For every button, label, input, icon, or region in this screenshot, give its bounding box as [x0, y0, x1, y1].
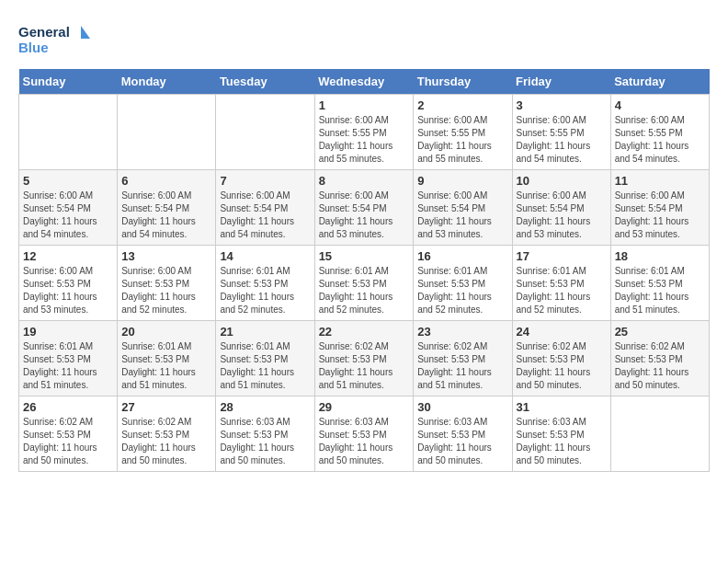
day-info: Sunrise: 6:03 AM Sunset: 5:53 PM Dayligh…	[220, 416, 310, 467]
day-info: Sunrise: 6:03 AM Sunset: 5:53 PM Dayligh…	[417, 416, 507, 467]
header-wednesday: Wednesday	[314, 69, 414, 95]
day-info: Sunrise: 6:00 AM Sunset: 5:54 PM Dayligh…	[220, 190, 310, 241]
calendar-cell: 7Sunrise: 6:00 AM Sunset: 5:54 PM Daylig…	[216, 170, 314, 246]
day-number: 1	[319, 98, 410, 112]
calendar-cell: 4Sunrise: 6:00 AM Sunset: 5:55 PM Daylig…	[610, 95, 709, 170]
calendar-cell: 24Sunrise: 6:02 AM Sunset: 5:53 PM Dayli…	[512, 321, 610, 396]
day-number: 31	[517, 400, 607, 414]
calendar-cell: 28Sunrise: 6:03 AM Sunset: 5:53 PM Dayli…	[216, 396, 314, 472]
day-info: Sunrise: 6:00 AM Sunset: 5:54 PM Dayligh…	[417, 190, 507, 241]
day-info: Sunrise: 6:01 AM Sunset: 5:53 PM Dayligh…	[615, 265, 705, 316]
day-number: 27	[121, 400, 211, 414]
day-number: 26	[23, 400, 113, 414]
calendar-cell: 2Sunrise: 6:00 AM Sunset: 5:55 PM Daylig…	[414, 95, 512, 170]
day-number: 5	[23, 174, 113, 188]
day-number: 24	[517, 325, 607, 339]
day-info: Sunrise: 6:02 AM Sunset: 5:53 PM Dayligh…	[121, 416, 211, 467]
day-info: Sunrise: 6:00 AM Sunset: 5:55 PM Dayligh…	[319, 114, 410, 166]
logo: General Blue	[18, 18, 92, 60]
day-info: Sunrise: 6:00 AM Sunset: 5:54 PM Dayligh…	[615, 190, 705, 241]
day-number: 4	[615, 98, 705, 112]
calendar-cell: 11Sunrise: 6:00 AM Sunset: 5:54 PM Dayli…	[610, 170, 709, 246]
day-info: Sunrise: 6:00 AM Sunset: 5:55 PM Dayligh…	[417, 114, 507, 166]
week-row-1: 5Sunrise: 6:00 AM Sunset: 5:54 PM Daylig…	[19, 170, 710, 246]
day-info: Sunrise: 6:02 AM Sunset: 5:53 PM Dayligh…	[517, 340, 607, 392]
calendar-cell: 23Sunrise: 6:02 AM Sunset: 5:53 PM Dayli…	[414, 321, 512, 396]
header-saturday: Saturday	[610, 69, 709, 95]
calendar-cell: 1Sunrise: 6:00 AM Sunset: 5:55 PM Daylig…	[314, 95, 414, 170]
calendar-cell: 30Sunrise: 6:03 AM Sunset: 5:53 PM Dayli…	[414, 396, 512, 472]
calendar-cell: 18Sunrise: 6:01 AM Sunset: 5:53 PM Dayli…	[610, 246, 709, 321]
calendar-cell: 3Sunrise: 6:00 AM Sunset: 5:55 PM Daylig…	[512, 95, 610, 170]
day-info: Sunrise: 6:01 AM Sunset: 5:53 PM Dayligh…	[121, 340, 211, 392]
day-info: Sunrise: 6:01 AM Sunset: 5:53 PM Dayligh…	[417, 265, 507, 316]
day-info: Sunrise: 6:02 AM Sunset: 5:53 PM Dayligh…	[23, 416, 113, 467]
day-number: 29	[319, 400, 410, 414]
calendar-cell: 25Sunrise: 6:02 AM Sunset: 5:53 PM Dayli…	[610, 321, 709, 396]
day-number: 14	[220, 249, 310, 263]
day-number: 2	[417, 98, 507, 112]
day-info: Sunrise: 6:03 AM Sunset: 5:53 PM Dayligh…	[517, 416, 607, 467]
calendar-cell: 29Sunrise: 6:03 AM Sunset: 5:53 PM Dayli…	[314, 396, 414, 472]
calendar-cell: 31Sunrise: 6:03 AM Sunset: 5:53 PM Dayli…	[512, 396, 610, 472]
calendar-cell: 12Sunrise: 6:00 AM Sunset: 5:53 PM Dayli…	[19, 246, 118, 321]
day-number: 19	[23, 325, 113, 339]
calendar-cell: 20Sunrise: 6:01 AM Sunset: 5:53 PM Dayli…	[118, 321, 216, 396]
calendar-cell: 6Sunrise: 6:00 AM Sunset: 5:54 PM Daylig…	[118, 170, 216, 246]
calendar-cell: 16Sunrise: 6:01 AM Sunset: 5:53 PM Dayli…	[414, 246, 512, 321]
day-number: 23	[417, 325, 507, 339]
calendar-cell	[118, 95, 216, 170]
svg-text:Blue: Blue	[18, 40, 49, 55]
calendar-cell: 15Sunrise: 6:01 AM Sunset: 5:53 PM Dayli…	[314, 246, 414, 321]
page-header: General Blue	[18, 18, 710, 60]
header-thursday: Thursday	[414, 69, 512, 95]
header-monday: Monday	[118, 69, 216, 95]
header-tuesday: Tuesday	[216, 69, 314, 95]
day-info: Sunrise: 6:00 AM Sunset: 5:53 PM Dayligh…	[23, 265, 113, 316]
calendar-cell	[19, 95, 118, 170]
day-number: 9	[417, 174, 507, 188]
svg-marker-2	[81, 26, 90, 39]
day-info: Sunrise: 6:00 AM Sunset: 5:55 PM Dayligh…	[615, 114, 705, 166]
day-number: 8	[319, 174, 410, 188]
calendar-cell: 14Sunrise: 6:01 AM Sunset: 5:53 PM Dayli…	[216, 246, 314, 321]
day-info: Sunrise: 6:01 AM Sunset: 5:53 PM Dayligh…	[220, 340, 310, 392]
day-number: 17	[517, 249, 607, 263]
calendar-cell: 13Sunrise: 6:00 AM Sunset: 5:53 PM Dayli…	[118, 246, 216, 321]
week-row-0: 1Sunrise: 6:00 AM Sunset: 5:55 PM Daylig…	[19, 95, 710, 170]
calendar-cell: 8Sunrise: 6:00 AM Sunset: 5:54 PM Daylig…	[314, 170, 414, 246]
calendar-cell: 26Sunrise: 6:02 AM Sunset: 5:53 PM Dayli…	[19, 396, 118, 472]
day-info: Sunrise: 6:02 AM Sunset: 5:53 PM Dayligh…	[615, 340, 705, 392]
calendar-cell: 21Sunrise: 6:01 AM Sunset: 5:53 PM Dayli…	[216, 321, 314, 396]
calendar-table: SundayMondayTuesdayWednesdayThursdayFrid…	[18, 69, 710, 472]
day-info: Sunrise: 6:03 AM Sunset: 5:53 PM Dayligh…	[319, 416, 410, 467]
day-info: Sunrise: 6:01 AM Sunset: 5:53 PM Dayligh…	[319, 265, 410, 316]
day-info: Sunrise: 6:00 AM Sunset: 5:54 PM Dayligh…	[23, 190, 113, 241]
calendar-cell: 5Sunrise: 6:00 AM Sunset: 5:54 PM Daylig…	[19, 170, 118, 246]
day-number: 7	[220, 174, 310, 188]
day-number: 15	[319, 249, 410, 263]
day-number: 21	[220, 325, 310, 339]
day-number: 22	[319, 325, 410, 339]
week-row-3: 19Sunrise: 6:01 AM Sunset: 5:53 PM Dayli…	[19, 321, 710, 396]
day-number: 18	[615, 249, 705, 263]
calendar-cell: 27Sunrise: 6:02 AM Sunset: 5:53 PM Dayli…	[118, 396, 216, 472]
day-info: Sunrise: 6:01 AM Sunset: 5:53 PM Dayligh…	[23, 340, 113, 392]
day-number: 12	[23, 249, 113, 263]
day-number: 10	[517, 174, 607, 188]
day-number: 3	[517, 98, 607, 112]
day-number: 11	[615, 174, 705, 188]
calendar-cell: 9Sunrise: 6:00 AM Sunset: 5:54 PM Daylig…	[414, 170, 512, 246]
week-row-4: 26Sunrise: 6:02 AM Sunset: 5:53 PM Dayli…	[19, 396, 710, 472]
day-info: Sunrise: 6:02 AM Sunset: 5:53 PM Dayligh…	[319, 340, 410, 392]
header-sunday: Sunday	[19, 69, 118, 95]
calendar-cell	[610, 396, 709, 472]
week-row-2: 12Sunrise: 6:00 AM Sunset: 5:53 PM Dayli…	[19, 246, 710, 321]
day-info: Sunrise: 6:01 AM Sunset: 5:53 PM Dayligh…	[220, 265, 310, 316]
calendar-cell: 17Sunrise: 6:01 AM Sunset: 5:53 PM Dayli…	[512, 246, 610, 321]
day-info: Sunrise: 6:00 AM Sunset: 5:54 PM Dayligh…	[517, 190, 607, 241]
day-number: 6	[121, 174, 211, 188]
calendar-cell	[216, 95, 314, 170]
header-friday: Friday	[512, 69, 610, 95]
day-number: 20	[121, 325, 211, 339]
